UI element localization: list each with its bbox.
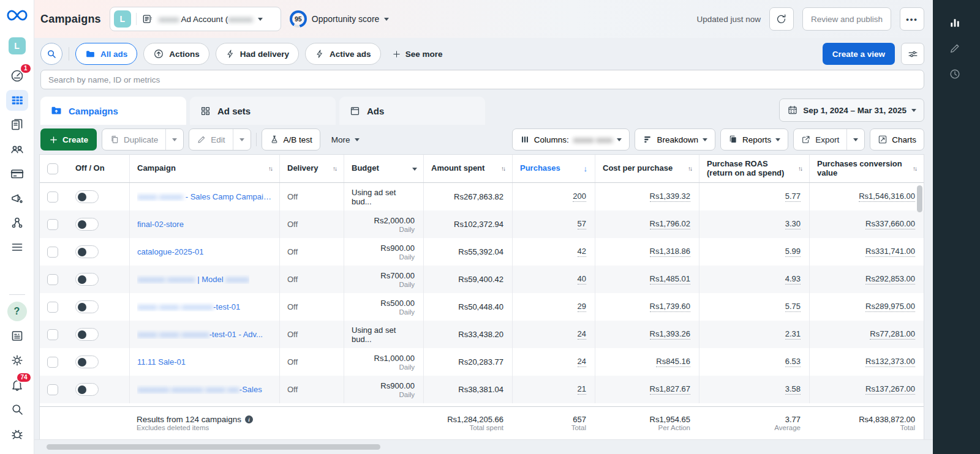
row-checkbox[interactable] xyxy=(47,384,58,395)
campaign-toggle[interactable] xyxy=(75,383,99,396)
search-input[interactable] xyxy=(40,70,924,89)
filter-pill-active-ads[interactable]: Active ads xyxy=(305,43,381,65)
campaign-toggle[interactable] xyxy=(75,328,99,341)
nav-ads-reporting[interactable] xyxy=(6,114,28,135)
filter-pill-had-delivery[interactable]: Had delivery xyxy=(216,43,299,65)
campaign-toggle[interactable] xyxy=(75,300,99,313)
campaign-name-cell: xxxxx xxxxxx - Sales Camp Campaign xyxy=(129,183,279,210)
header-amount-spent[interactable]: Amount spent↑↓ xyxy=(423,155,512,182)
export-button[interactable]: Export xyxy=(794,129,846,150)
export-dropdown[interactable] xyxy=(846,129,864,150)
updates-button[interactable] xyxy=(6,326,28,346)
sort-icon[interactable]: ↑↓ xyxy=(333,165,337,172)
account-shortcut-badge[interactable]: L xyxy=(9,37,26,54)
last-updated-text: Updated just now xyxy=(697,15,761,24)
header-budget[interactable]: Budget xyxy=(344,155,423,182)
ad-account-selector[interactable]: L xxxxx Ad Account (xxxxxx xyxy=(110,7,281,31)
view-settings-button[interactable] xyxy=(901,43,924,65)
more-actions-dropdown[interactable]: More xyxy=(325,135,366,144)
nav-campaigns[interactable] xyxy=(6,90,28,111)
breakdown-dropdown[interactable]: Breakdown xyxy=(635,128,715,151)
nav-advertising-settings[interactable] xyxy=(6,188,28,209)
campaign-link[interactable]: xxxxx xxxxxx - Sales Camp Campaign xyxy=(137,192,272,201)
columns-dropdown[interactable]: Columns: xxxxx xxxx xyxy=(512,128,630,151)
tab-ad-sets[interactable]: Ad sets xyxy=(190,97,336,125)
info-icon[interactable]: i xyxy=(245,415,253,423)
left-nav-sidebar: L 1 ? xyxy=(0,0,34,454)
header-purchase-roas[interactable]: Purchase ROAS(return on ad spend)↑↓ xyxy=(699,155,809,182)
charts-button[interactable]: Charts xyxy=(870,128,924,151)
ab-test-button[interactable]: A/B test xyxy=(262,128,320,151)
campaign-link[interactable]: final-02-store xyxy=(137,220,184,229)
nav-audiences[interactable] xyxy=(6,139,28,160)
create-button[interactable]: Create xyxy=(40,128,97,151)
header-purchases-conversion-value[interactable]: Purchases conversionvalue↑↓ xyxy=(809,155,924,182)
date-range-picker[interactable]: Sep 1, 2024 – Mar 31, 2025 xyxy=(779,99,924,122)
review-and-publish-button[interactable]: Review and publish xyxy=(802,7,891,31)
campaign-link[interactable]: xxxxx xxxxx xxxxxxxx-test-01 xyxy=(137,302,240,311)
insights-panel-button[interactable] xyxy=(941,10,968,35)
campaign-toggle[interactable] xyxy=(75,218,99,231)
sort-icon[interactable]: ↑↓ xyxy=(798,165,803,172)
campaign-toggle[interactable] xyxy=(75,245,99,258)
horizontal-scrollbar[interactable] xyxy=(47,444,380,450)
nav-account-overview[interactable]: 1 xyxy=(6,65,28,86)
cost-per-purchase-cell: Rs1,739.60 xyxy=(595,293,699,321)
campaign-toggle[interactable] xyxy=(75,273,99,286)
table-row: 11.11 Sale-01OffRs1,000.00DailyRs20,283.… xyxy=(40,348,924,376)
report-bug-button[interactable] xyxy=(6,423,28,444)
row-checkbox[interactable] xyxy=(47,357,58,368)
sort-icon[interactable]: ↑↓ xyxy=(268,165,273,172)
help-button[interactable]: ? xyxy=(6,301,28,322)
vertical-scrollbar[interactable] xyxy=(917,185,922,212)
row-checkbox[interactable] xyxy=(47,302,58,313)
tab-campaigns[interactable]: Campaigns xyxy=(40,97,186,125)
campaign-link[interactable]: xxxxxxxx xxxxxxxx xxxxx xxx-Sales xyxy=(137,385,262,394)
settings-button[interactable] xyxy=(6,350,28,371)
nav-events-manager[interactable] xyxy=(6,212,28,233)
campaign-link[interactable]: catalogue-2025-01 xyxy=(137,247,203,256)
campaign-toggle[interactable] xyxy=(75,355,99,368)
sort-desc-icon[interactable]: ↓ xyxy=(584,164,589,173)
campaign-toggle[interactable] xyxy=(75,190,99,203)
more-options-button[interactable]: ••• xyxy=(900,7,924,31)
opportunity-score[interactable]: 95 Opportunity score xyxy=(290,10,390,28)
row-checkbox[interactable] xyxy=(47,247,58,258)
campaign-name-cell: catalogue-2025-01 xyxy=(129,238,279,266)
nav-billing[interactable] xyxy=(6,163,28,184)
filter-pill-all-ads[interactable]: All ads xyxy=(75,43,137,65)
search-nav-button[interactable] xyxy=(6,399,28,420)
edit-panel-button[interactable] xyxy=(941,35,968,61)
row-checkbox[interactable] xyxy=(47,219,58,230)
campaign-link[interactable]: 11.11 Sale-01 xyxy=(137,357,186,367)
create-a-view-button[interactable]: Create a view xyxy=(823,43,895,65)
reports-dropdown[interactable]: Reports xyxy=(720,128,788,151)
select-all-checkbox[interactable] xyxy=(47,163,58,174)
edit-dropdown[interactable] xyxy=(233,129,251,150)
duplicate-dropdown[interactable] xyxy=(165,129,183,150)
row-checkbox[interactable] xyxy=(47,274,58,285)
edit-button[interactable]: Edit xyxy=(189,129,232,150)
campaigns-table: Off / On Campaign↑↓ Delivery↑↓ Budget Am… xyxy=(39,154,924,439)
campaign-link[interactable]: xxxxxxx xxxxxxx | Model xxxxxx xyxy=(137,275,249,284)
header-cost-per-purchase[interactable]: Cost per purchase↑↓ xyxy=(595,155,699,182)
filter-pill-actions[interactable]: Actions xyxy=(143,43,209,65)
header-select-all[interactable] xyxy=(40,155,68,182)
sort-icon[interactable]: ↑↓ xyxy=(688,165,693,172)
sort-icon[interactable]: ↑↓ xyxy=(501,165,506,172)
notifications-button[interactable]: 74 xyxy=(6,374,28,395)
row-checkbox[interactable] xyxy=(47,192,58,203)
history-panel-button[interactable] xyxy=(941,61,968,87)
header-delivery[interactable]: Delivery↑↓ xyxy=(279,155,344,182)
duplicate-button[interactable]: Duplicate xyxy=(102,129,165,150)
sort-icon[interactable]: ↑↓ xyxy=(913,165,918,172)
tab-ads[interactable]: Ads xyxy=(339,97,485,125)
see-more-filters[interactable]: See more xyxy=(387,50,448,59)
header-purchases[interactable]: Purchases↓ xyxy=(512,155,595,182)
header-campaign[interactable]: Campaign↑↓ xyxy=(129,155,279,182)
row-checkbox[interactable] xyxy=(47,329,58,340)
refresh-button[interactable] xyxy=(769,7,794,31)
campaign-link[interactable]: xxxxx xxxxx xxxxxxx-test-01 - Adv... xyxy=(137,330,263,339)
nav-all-tools[interactable] xyxy=(6,237,28,258)
search-filter-button[interactable] xyxy=(40,43,62,65)
